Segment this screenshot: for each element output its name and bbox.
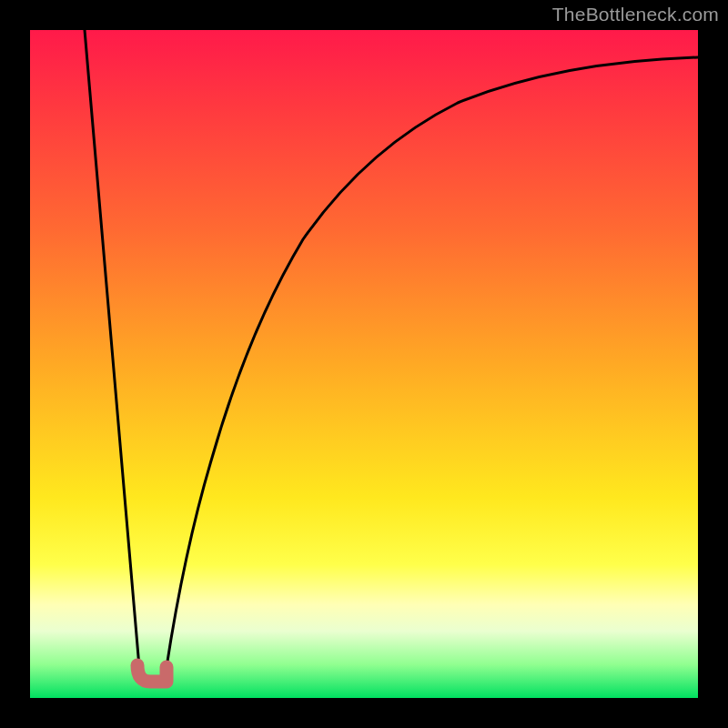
plot-area: [30, 30, 698, 698]
right-curve: [167, 57, 698, 667]
left-curve: [85, 30, 139, 667]
chart-frame: TheBottleneck.com: [0, 0, 728, 728]
optimum-marker: [137, 665, 167, 682]
curves-svg: [30, 30, 698, 698]
watermark-text: TheBottleneck.com: [552, 4, 719, 25]
